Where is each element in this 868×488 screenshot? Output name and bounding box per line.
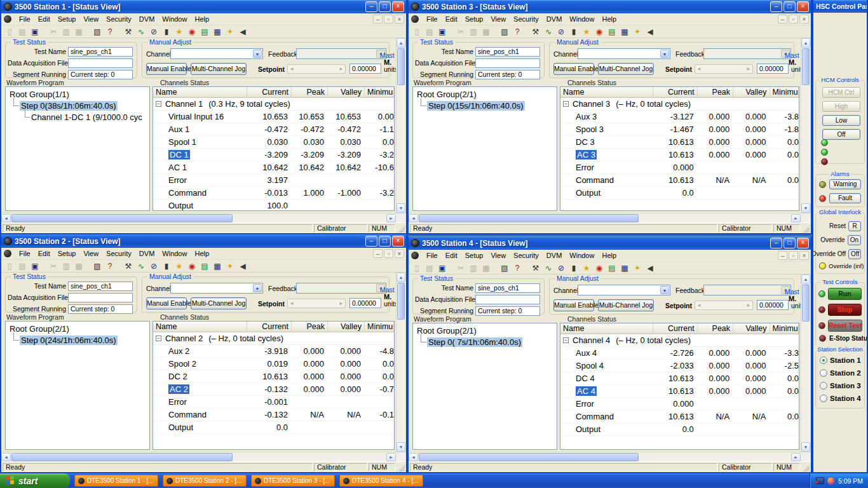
multi-channel-jog-button[interactable]: Multi-Channel Jog (598, 63, 654, 75)
mdi-close-button[interactable]: × (395, 249, 404, 258)
feedback-combobox[interactable]: ▼ (703, 48, 791, 59)
close-button[interactable]: × (797, 238, 809, 248)
copy-icon[interactable]: ▥ (468, 27, 478, 37)
scrollbar-thumb[interactable] (419, 214, 639, 222)
channel-group-row[interactable]: − Channel 3 (– Hz, 0 total cycles) (560, 98, 799, 111)
table-row[interactable]: AC 3 10.613 0.000 0.000 0.0 (560, 149, 799, 161)
table-row[interactable]: Error 3.197 (153, 174, 394, 187)
menu-item[interactable]: Window (158, 248, 191, 259)
collapse-icon[interactable]: − (563, 101, 569, 107)
disable-icon[interactable]: ⊘ (556, 263, 566, 273)
table-row[interactable]: Command -0.132 N/A N/A -0.1 (153, 409, 394, 421)
scroll-up-icon[interactable]: ▲ (801, 38, 810, 48)
slider-left-icon[interactable]: ◄ (289, 66, 294, 72)
fault-button[interactable]: Fault (829, 193, 861, 203)
signal-name[interactable]: Command (168, 188, 207, 198)
signal-name[interactable]: Aux 1 (168, 125, 189, 134)
table-row[interactable]: Error -0.001 (153, 396, 394, 409)
setpoint-value-field[interactable]: 0.00000 (757, 300, 789, 310)
cut-icon[interactable]: ✂ (48, 27, 58, 37)
scroll-right-icon[interactable]: ► (386, 214, 396, 222)
scroll-up-icon[interactable]: ▲ (397, 38, 405, 48)
paste-icon[interactable]: ▦ (481, 27, 491, 37)
test-name-field[interactable]: sine_pos_ch1 (475, 47, 540, 57)
setpoint-slider[interactable]: ◄ ► (287, 299, 346, 308)
mdi-minimize-button[interactable]: – (778, 15, 787, 24)
scroll-right-icon[interactable]: ► (386, 453, 396, 461)
daq-file-field[interactable] (475, 295, 540, 304)
new-document-icon[interactable]: ▯ (4, 261, 15, 271)
manual-enable-button[interactable]: Manual Enable (146, 63, 187, 75)
print-icon[interactable]: ▧ (499, 263, 510, 273)
copy-icon[interactable]: ▥ (61, 261, 71, 271)
scope-plot-icon[interactable]: ∿ (136, 261, 146, 271)
column-header[interactable]: Valley (328, 322, 365, 332)
table-row[interactable]: DC 1 -3.209 -3.209 -3.209 -3.2 (153, 149, 394, 161)
resize-grip[interactable] (397, 224, 405, 233)
alarm-icon[interactable]: ◉ (187, 27, 197, 37)
cut-icon[interactable]: ✂ (456, 27, 466, 37)
vertical-scrollbar[interactable]: ▲ ▼ (396, 273, 405, 452)
open-file-icon[interactable]: ▤ (17, 261, 27, 271)
limits-icon[interactable]: ▤ (607, 27, 617, 37)
meter-icon[interactable]: ▦ (212, 27, 222, 37)
collapse-icon[interactable]: − (156, 336, 161, 341)
column-header[interactable]: Peak (698, 323, 733, 334)
mdi-close-button[interactable]: × (799, 15, 809, 24)
menu-item[interactable]: File (423, 250, 442, 261)
signal-name[interactable]: Spool 1 (168, 137, 196, 147)
tree-item-root-group[interactable]: Root Group(2/1) (413, 323, 557, 336)
tree-item-step[interactable]: Step 0(24s/1h:06m:40.0s) (20, 336, 118, 345)
run-button[interactable]: Run (828, 288, 862, 300)
menu-item[interactable]: File (423, 14, 442, 24)
column-header[interactable]: Current (247, 87, 292, 97)
help-icon[interactable]: ? (512, 27, 522, 37)
station-1-radio[interactable] (820, 356, 827, 364)
collapse-icon[interactable]: − (156, 101, 161, 107)
mdi-restore-button[interactable]: ▫ (789, 15, 798, 24)
menu-item[interactable]: View (79, 248, 102, 259)
sound-icon[interactable]: ◀ (645, 27, 655, 37)
print-icon[interactable]: ▧ (499, 27, 510, 37)
new-document-icon[interactable]: ▯ (412, 263, 422, 273)
menu-item[interactable]: Setup (54, 14, 80, 24)
disable-icon[interactable]: ⊘ (556, 27, 566, 37)
open-file-icon[interactable]: ▤ (17, 27, 27, 37)
signal-name[interactable]: Aux 3 (576, 112, 597, 121)
menu-item[interactable]: Edit (34, 248, 54, 259)
taskbar-button-station-4[interactable]: DTE3500 Station 4 - [... (339, 475, 423, 487)
scroll-up-icon[interactable]: ▲ (801, 274, 810, 284)
signal-name[interactable]: Spool 3 (576, 125, 604, 134)
tree-item-step[interactable]: Step 0(15s/1h:06m:40.0s) (427, 101, 525, 111)
column-header[interactable]: Minimum (770, 87, 799, 97)
column-header[interactable]: Current (653, 87, 697, 97)
feedback-combobox[interactable]: ▼ (296, 283, 386, 294)
resize-grip[interactable] (801, 463, 810, 471)
key-icon[interactable]: ✦ (632, 27, 642, 37)
menu-item[interactable]: DVM (543, 14, 566, 24)
setpoint-slider[interactable]: ◄ ► (287, 64, 346, 74)
column-header[interactable]: Minimum (770, 323, 799, 334)
signal-name[interactable]: Virtual Input 16 (168, 112, 224, 121)
setpoint-value-field[interactable]: 0.00000 (757, 64, 789, 74)
menu-item[interactable]: Edit (442, 14, 461, 24)
signal-name[interactable]: Spool 2 (168, 359, 196, 369)
signal-name[interactable]: DC 3 (576, 137, 595, 147)
menu-item[interactable]: Edit (34, 14, 54, 24)
disable-icon[interactable]: ⊘ (149, 27, 159, 37)
table-row[interactable]: Output 0.0 (560, 187, 799, 200)
station-2-radio[interactable] (820, 369, 827, 377)
column-header[interactable]: Valley (733, 87, 770, 97)
minimize-button[interactable]: – (365, 236, 377, 247)
signal-name[interactable]: Output (168, 423, 193, 432)
menu-item[interactable]: Window (566, 250, 598, 261)
slider-right-icon[interactable]: ► (339, 301, 344, 306)
window-titlebar[interactable]: 3500 Station 1 - [Status View] – □ × (1, 0, 406, 13)
sound-icon[interactable]: ◀ (645, 263, 655, 273)
limits-icon[interactable]: ▤ (607, 263, 617, 273)
column-header[interactable]: Peak (698, 87, 733, 97)
column-header[interactable]: Current (247, 322, 292, 332)
manual-enable-button[interactable]: Manual Enable (146, 297, 187, 309)
segment-running-field[interactable]: Current step: 0 (68, 304, 133, 314)
tree-item-root-group[interactable]: Root Group(2/1) (6, 322, 149, 334)
